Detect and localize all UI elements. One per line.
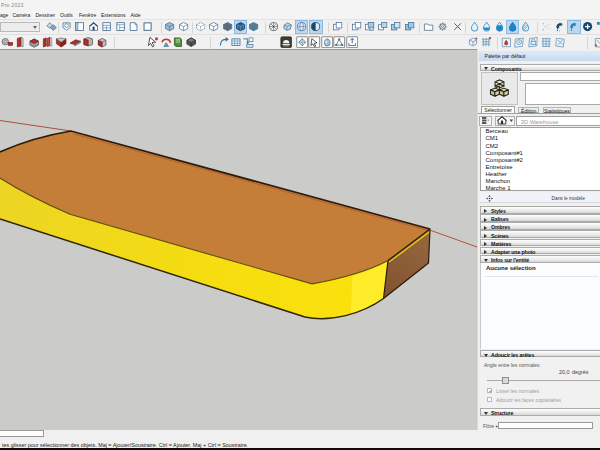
section-header-ombres[interactable]: Ombres (480, 222, 600, 230)
section-header-composants[interactable]: Composants (480, 64, 600, 72)
cube-wire-icon[interactable] (177, 21, 189, 33)
menu-fentre[interactable]: Fenêtre (79, 12, 96, 18)
gear-icon[interactable] (437, 21, 449, 33)
component-list-item[interactable]: CM2 (481, 143, 600, 150)
menu-camra[interactable]: Caméra (13, 12, 31, 18)
filter-input[interactable] (498, 422, 594, 430)
sketchy-grid-icon[interactable] (540, 36, 553, 49)
component-list-item[interactable]: Composant#1 (481, 150, 600, 157)
cube-dashed-icon[interactable] (195, 21, 207, 33)
component-list-item[interactable]: Berceau (481, 128, 600, 135)
squares-outline-icon[interactable] (351, 21, 363, 33)
droplet-empty-icon[interactable] (469, 21, 481, 33)
arrow-curve-icon[interactable] (218, 36, 231, 49)
droplet-hatch-icon[interactable] (519, 21, 531, 33)
droplet-full-icon[interactable] (507, 21, 519, 33)
circle-plus-icon[interactable] (582, 21, 594, 33)
red-vee-icon[interactable] (55, 36, 68, 49)
checkbox-box[interactable] (487, 388, 492, 393)
framed-cursor-icon[interactable] (308, 36, 321, 49)
dots-select-icon[interactable] (541, 21, 553, 33)
sketchy-drop-icon[interactable] (500, 36, 513, 49)
measurements-input[interactable] (0, 430, 44, 437)
viewport-3d[interactable] (0, 49, 477, 430)
in-model-bar[interactable]: Dans le modèle (480, 193, 600, 202)
sketchy-x-icon[interactable] (554, 36, 567, 49)
squares-corner-icon[interactable] (377, 21, 389, 33)
globe-light-icon[interactable] (296, 21, 308, 33)
menu-extensions[interactable]: Extensions (101, 12, 125, 18)
red-plane-icon[interactable] (69, 36, 82, 49)
component-description-field[interactable] (525, 83, 600, 106)
view-page-icon[interactable] (128, 21, 140, 33)
view-cabinet-icon[interactable] (101, 21, 113, 33)
menu-aide[interactable]: Aide (131, 12, 141, 18)
squares-filled-icon[interactable] (364, 21, 376, 33)
box-dark-icon[interactable] (185, 36, 198, 49)
component-thumbnail[interactable] (481, 72, 519, 106)
cube-paper-icon[interactable] (282, 21, 294, 33)
cube-dark-icon[interactable] (221, 21, 233, 33)
search-3d-warehouse-input[interactable]: 3D Warehouse (516, 116, 600, 126)
arc-triangle-icon[interactable] (160, 36, 173, 49)
section-header-adapter-une-photo[interactable]: Adapter une photo (480, 247, 600, 255)
sketchy-cut-icon[interactable] (593, 36, 600, 49)
node-link-icon[interactable] (596, 21, 600, 33)
globe-dark-icon[interactable] (310, 21, 322, 33)
arrow-box-icon[interactable] (242, 36, 255, 49)
view-badge-icon[interactable] (61, 21, 73, 33)
section-header-infos-entite[interactable]: Infos sur l'entité (480, 255, 600, 263)
section-header-adoucir-aretes[interactable]: Adoucir les arêtes (480, 350, 600, 358)
menu-outils[interactable]: Outils (60, 12, 73, 18)
menu-dessiner[interactable]: Dessiner (36, 12, 56, 18)
dome-dark-icon[interactable] (280, 36, 293, 49)
framed-nodes-icon[interactable] (333, 36, 346, 49)
sketchy-clock-icon[interactable] (513, 36, 526, 49)
squares-pair2-icon[interactable] (403, 21, 415, 33)
view-options-button[interactable] (479, 116, 493, 126)
close-x-icon[interactable] (452, 21, 464, 33)
component-name-field[interactable] (520, 72, 600, 81)
droplet-half-icon[interactable] (481, 21, 493, 33)
cursor-red-icon[interactable] (147, 36, 160, 49)
droplet-most-icon[interactable] (494, 21, 506, 33)
red-corner-icon[interactable] (82, 36, 95, 49)
red-box3d-icon[interactable] (96, 36, 109, 49)
component-list-item[interactable]: Marche 1 (481, 185, 600, 191)
section-header-mati-res[interactable]: Matières (480, 239, 600, 247)
sketchy-lock-icon[interactable] (527, 36, 540, 49)
sketchy-box-icon[interactable] (467, 36, 480, 49)
home-navigation-button[interactable] (495, 116, 516, 126)
component-list-item[interactable]: Composant#2 (481, 157, 600, 164)
section-header-sc-nes[interactable]: Scènes (480, 230, 600, 238)
menu-age[interactable]: age (0, 12, 8, 18)
view-box-icon[interactable] (142, 21, 154, 33)
framed-export-icon[interactable] (346, 36, 359, 49)
toolbar-dropdown[interactable] (0, 22, 40, 33)
cube-textured-icon[interactable] (235, 21, 247, 33)
component-list-item[interactable]: Entretoise (481, 164, 600, 171)
grid-box-icon[interactable] (230, 36, 243, 49)
tray-title-bar[interactable]: Palette par défaut (479, 51, 600, 61)
red-book-icon[interactable] (14, 36, 27, 49)
magnet-blue-icon[interactable] (568, 21, 580, 33)
sketchy-grid-dot-icon[interactable] (480, 36, 493, 49)
framed-diamond-icon[interactable] (296, 36, 309, 49)
red-books-icon[interactable] (41, 36, 54, 49)
cube-wire2-icon[interactable] (208, 21, 220, 33)
checkbox-box[interactable] (487, 397, 492, 402)
angle-slider-handle[interactable] (502, 377, 509, 385)
section-header-balises[interactable]: Balises (480, 214, 600, 222)
component-list-item[interactable]: Manchon (481, 178, 600, 185)
cube-teal-icon[interactable] (248, 21, 260, 33)
folder-icon[interactable] (423, 21, 435, 33)
book-green-icon[interactable] (172, 36, 185, 49)
tab-selectionner[interactable]: Sélectionner (481, 106, 515, 113)
style-blend-icon[interactable] (46, 21, 58, 33)
magnet-dark-icon[interactable] (554, 21, 566, 33)
component-list-item[interactable]: CM1 (481, 135, 600, 142)
view-panel-icon[interactable] (74, 21, 86, 33)
squares-pair-icon[interactable] (390, 21, 402, 33)
squares-overlap-icon[interactable] (332, 21, 344, 33)
red-tape-icon[interactable] (1, 36, 14, 49)
